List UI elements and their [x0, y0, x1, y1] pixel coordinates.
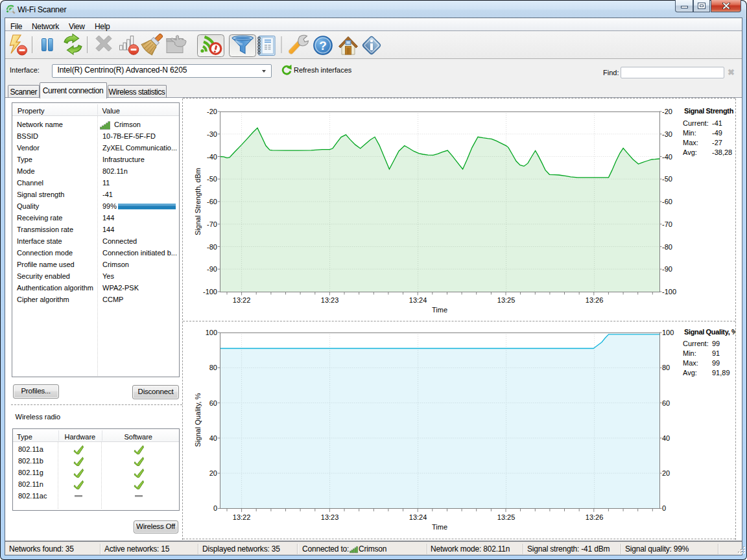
svg-text:13:25: 13:25: [497, 296, 516, 304]
svg-text:-80: -80: [662, 242, 672, 250]
svg-text:-20: -20: [207, 108, 217, 115]
svg-text:80: 80: [209, 364, 217, 371]
svg-text:20: 20: [662, 469, 670, 477]
svg-text:100: 100: [206, 329, 217, 336]
svg-text:Time: Time: [432, 522, 447, 530]
svg-text:80: 80: [662, 364, 670, 371]
svg-text:?: ?: [319, 39, 327, 52]
svg-text:13:23: 13:23: [321, 296, 339, 304]
svg-text:-100: -100: [203, 288, 217, 296]
svg-text:100: 100: [662, 329, 674, 336]
svg-text:-80: -80: [207, 242, 217, 250]
svg-text:-100: -100: [662, 288, 676, 296]
svg-text:-70: -70: [207, 220, 217, 228]
svg-text:60: 60: [209, 399, 217, 406]
svg-text:13:22: 13:22: [233, 296, 251, 304]
svg-text:-70: -70: [662, 220, 672, 228]
svg-text:-30: -30: [207, 130, 217, 137]
svg-text:-50: -50: [662, 175, 672, 183]
svg-text:13:23: 13:23: [321, 513, 339, 521]
svg-text:13:25: 13:25: [497, 513, 516, 521]
svg-text:Time: Time: [432, 305, 447, 313]
svg-text:Signal Quality, %: Signal Quality, %: [194, 393, 202, 447]
svg-text:13:24: 13:24: [409, 513, 427, 521]
svg-text:-40: -40: [662, 152, 672, 160]
svg-text:13:26: 13:26: [586, 513, 604, 521]
svg-text:-20: -20: [662, 108, 672, 115]
svg-text:0: 0: [662, 504, 666, 512]
svg-text:40: 40: [662, 434, 670, 441]
svg-text:20: 20: [209, 469, 217, 477]
svg-text:0: 0: [213, 504, 217, 512]
svg-text:13:26: 13:26: [586, 296, 604, 304]
svg-text:13:24: 13:24: [409, 296, 427, 304]
svg-text:Signal Strength, dBm: Signal Strength, dBm: [194, 168, 202, 235]
svg-text:-90: -90: [662, 265, 672, 273]
svg-text:40: 40: [209, 434, 217, 441]
svg-text:-60: -60: [207, 198, 217, 205]
svg-text:-30: -30: [662, 130, 672, 137]
svg-text:-40: -40: [207, 152, 217, 160]
svg-text:-60: -60: [662, 198, 672, 205]
svg-text:13:22: 13:22: [233, 513, 251, 521]
svg-text:-50: -50: [207, 175, 217, 183]
svg-text:-90: -90: [207, 265, 217, 273]
svg-text:60: 60: [662, 399, 670, 406]
